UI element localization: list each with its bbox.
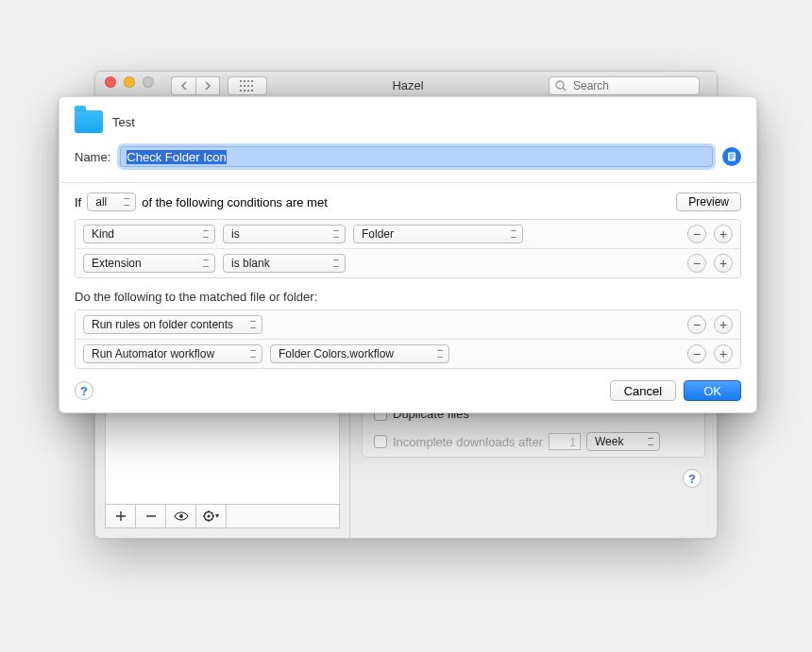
svg-line-22 — [211, 519, 211, 520]
folder-header: Test — [75, 110, 741, 133]
grid-view-button[interactable] — [228, 76, 267, 95]
grid-icon — [240, 80, 255, 92]
cancel-button[interactable]: Cancel — [610, 380, 676, 401]
add-rule-button[interactable] — [106, 505, 136, 527]
action-type-label: Run Automator workflow — [92, 347, 214, 360]
throw-away-incomplete-row: Incomplete downloads after 1 Week — [363, 426, 704, 457]
add-action-button[interactable]: + — [714, 344, 733, 363]
minus-icon: − — [693, 318, 701, 331]
preview-rule-button[interactable] — [166, 505, 196, 527]
window-title: Hazel — [267, 78, 549, 92]
svg-rect-11 — [251, 90, 253, 92]
condition-row: Extension is blank − + — [76, 249, 740, 277]
action-type-popup[interactable]: Run Automator workflow — [83, 344, 262, 363]
condition-attribute-popup[interactable]: Extension — [83, 254, 215, 273]
add-condition-button[interactable]: + — [714, 225, 733, 243]
svg-rect-2 — [247, 80, 249, 82]
svg-line-24 — [211, 512, 211, 513]
action-type-popup[interactable]: Run rules on folder contents — [83, 315, 262, 334]
incomplete-downloads-value[interactable]: 1 — [549, 433, 581, 450]
svg-rect-8 — [240, 90, 242, 92]
ok-button-label: OK — [703, 384, 721, 398]
condition-operator-popup[interactable]: is — [223, 225, 346, 243]
svg-rect-3 — [251, 80, 253, 82]
svg-point-16 — [207, 514, 210, 517]
actions-header: Do the following to the matched file or … — [75, 290, 741, 304]
remove-action-button[interactable]: − — [687, 344, 706, 363]
remove-condition-button[interactable]: − — [687, 225, 706, 243]
minus-icon: − — [693, 347, 701, 360]
nav-back-forward — [171, 76, 267, 95]
minus-icon: − — [693, 227, 701, 241]
right-footer: ? — [362, 469, 705, 488]
minus-icon: − — [693, 257, 701, 270]
nav-forward-button[interactable] — [195, 76, 220, 95]
minus-icon — [145, 510, 157, 522]
condition-value-popup[interactable]: Folder — [353, 225, 523, 243]
chevron-left-icon — [180, 81, 188, 91]
sheet-help-button[interactable]: ? — [75, 381, 93, 400]
rule-notes-button[interactable] — [722, 147, 741, 166]
cond-scope-popup[interactable]: all — [87, 192, 136, 211]
zoom-window-icon[interactable] — [143, 76, 154, 88]
preview-button-label: Preview — [688, 195, 729, 209]
plus-icon: + — [719, 227, 727, 241]
search-icon — [555, 80, 567, 92]
rule-editor-sheet: Test Name: If all of the following condi… — [59, 96, 757, 413]
minimize-window-icon[interactable] — [124, 76, 135, 88]
add-action-button[interactable]: + — [714, 315, 733, 334]
action-type-label: Run rules on folder contents — [92, 318, 233, 331]
nav-back-button[interactable] — [171, 76, 195, 95]
plus-icon: + — [719, 257, 727, 270]
ok-button[interactable]: OK — [684, 380, 741, 401]
gear-icon — [203, 510, 220, 522]
svg-point-12 — [556, 81, 564, 89]
rule-actions-menu[interactable] — [196, 505, 227, 527]
sheet-footer: ? Cancel OK — [75, 380, 741, 401]
svg-line-13 — [563, 88, 566, 91]
svg-rect-1 — [244, 80, 245, 82]
action-row: Run Automator workflow Folder Colors.wor… — [76, 340, 740, 368]
svg-rect-4 — [240, 85, 242, 87]
condition-operator-label: is blank — [231, 257, 270, 270]
incomplete-downloads-unit-label: Week — [595, 435, 623, 448]
svg-rect-9 — [244, 90, 245, 92]
help-icon: ? — [688, 472, 696, 486]
rule-name-label: Name: — [75, 150, 110, 164]
chevron-right-icon — [204, 81, 211, 91]
svg-rect-6 — [247, 85, 249, 87]
rule-name-input[interactable] — [120, 146, 713, 167]
toolbar-spacer — [227, 505, 339, 527]
action-param-popup[interactable]: Folder Colors.workflow — [270, 344, 449, 363]
condition-operator-popup[interactable]: is blank — [223, 254, 346, 273]
plus-icon — [115, 510, 127, 522]
svg-rect-10 — [247, 90, 249, 92]
incomplete-downloads-unit[interactable]: Week — [586, 432, 660, 451]
conditions-block: Kind is Folder − + Extension is blank − … — [75, 219, 741, 278]
add-condition-button[interactable]: + — [714, 254, 733, 273]
cancel-button-label: Cancel — [624, 384, 662, 398]
remove-rule-button[interactable] — [136, 505, 166, 527]
help-button[interactable]: ? — [683, 469, 702, 488]
search-input[interactable] — [571, 78, 693, 93]
plus-icon: + — [719, 347, 727, 360]
search-field[interactable] — [549, 76, 700, 95]
rule-name-row: Name: — [75, 146, 741, 167]
action-row: Run rules on folder contents − + — [76, 310, 740, 340]
cond-prefix: If — [75, 195, 81, 209]
condition-attribute-popup[interactable]: Kind — [83, 225, 215, 243]
close-window-icon[interactable] — [105, 76, 116, 88]
svg-line-21 — [205, 512, 206, 513]
action-param-label: Folder Colors.workflow — [279, 347, 394, 360]
note-icon — [726, 151, 737, 162]
preview-button[interactable]: Preview — [676, 192, 741, 211]
folder-name: Test — [112, 115, 135, 129]
rules-list-toolbar — [105, 504, 340, 528]
remove-condition-button[interactable]: − — [687, 254, 706, 273]
remove-action-button[interactable]: − — [687, 315, 706, 334]
incomplete-downloads-checkbox[interactable] — [374, 435, 387, 448]
condition-attribute-label: Kind — [92, 227, 114, 241]
svg-rect-0 — [240, 80, 242, 82]
plus-icon: + — [719, 318, 727, 331]
svg-rect-5 — [244, 85, 245, 87]
